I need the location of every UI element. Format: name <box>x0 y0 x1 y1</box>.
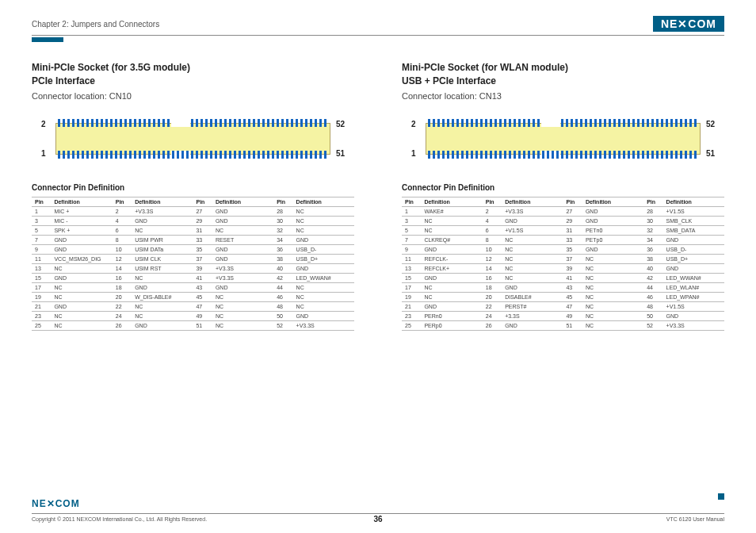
table-cell: GND <box>663 235 724 244</box>
table-cell: 35 <box>193 244 212 254</box>
left-table-title: Connector Pin Definition <box>32 183 354 192</box>
table-cell: 19 <box>402 292 421 301</box>
table-header-row: PinDefinitionPinDefinitionPinDefinitionP… <box>402 197 724 206</box>
table-row: 13REFCLK+14NC39NC40GND <box>402 263 724 273</box>
table-cell: 7 <box>402 235 421 244</box>
table-cell: 7 <box>32 235 51 244</box>
table-cell: 42 <box>273 273 292 282</box>
right-title-2: USB + PCIe Interface <box>402 75 724 88</box>
table-cell: 16 <box>483 273 502 282</box>
table-cell: GND <box>212 254 273 263</box>
table-cell: PERn0 <box>421 311 482 320</box>
table-cell: NC <box>421 216 482 225</box>
copyright-text: Copyright © 2011 NEXCOM International Co… <box>32 516 207 522</box>
table-cell: 37 <box>563 254 582 263</box>
table-cell: RESET <box>212 235 273 244</box>
table-cell: GND <box>212 216 273 225</box>
table-cell: MIC + <box>51 206 112 216</box>
table-cell: 23 <box>32 311 51 320</box>
table-cell: 5 <box>402 225 421 235</box>
table-cell: GND <box>502 216 563 225</box>
table-cell: NC <box>582 292 643 301</box>
table-cell: 9 <box>32 244 51 254</box>
table-cell: 22 <box>483 301 502 311</box>
table-cell: 24 <box>113 311 132 320</box>
table-row: 17NC18GND43NC44LED_WLAN# <box>402 282 724 292</box>
table-cell: 43 <box>563 282 582 292</box>
pin-label: 2 <box>411 120 416 128</box>
table-cell: GND <box>132 282 193 292</box>
table-cell: 34 <box>273 235 292 244</box>
table-cell: 47 <box>563 301 582 311</box>
table-cell: NC <box>293 206 354 216</box>
table-cell: GND <box>51 273 112 282</box>
table-cell: PETp0 <box>582 235 643 244</box>
table-cell: 21 <box>32 301 51 311</box>
table-cell: NC <box>502 235 563 244</box>
pin-label: 51 <box>336 149 345 158</box>
table-cell: NC <box>421 292 482 301</box>
table-row: 11REFCLK-12NC37NC38USB_D+ <box>402 254 724 263</box>
table-cell: GND <box>582 244 643 254</box>
table-cell: NC <box>51 311 112 320</box>
col-header: Definition <box>132 197 193 206</box>
table-cell: 38 <box>273 254 292 263</box>
table-cell: 31 <box>193 225 212 235</box>
table-cell: NC <box>132 273 193 282</box>
table-row: 9GND10NC35GND36USB_D- <box>402 244 724 254</box>
table-row: 5NC6+V1.5S31PETn032SMB_DATA <box>402 225 724 235</box>
table-cell: 43 <box>193 282 212 292</box>
table-cell: 1 <box>32 206 51 216</box>
table-cell: 26 <box>483 320 502 330</box>
manual-name: VTC 6120 User Manual <box>666 516 724 522</box>
table-cell: DISABLE# <box>502 292 563 301</box>
table-row: 17NC18GND43GND44NC <box>32 282 354 292</box>
col-header: Pin <box>193 197 212 206</box>
table-cell: 10 <box>483 244 502 254</box>
table-row: 3MIC -4GND29GND30NC <box>32 216 354 225</box>
table-cell: 49 <box>193 311 212 320</box>
table-cell: 9 <box>402 244 421 254</box>
right-table-title: Connector Pin Definition <box>402 183 724 192</box>
table-cell: NC <box>132 225 193 235</box>
table-cell: NC <box>582 282 643 292</box>
table-cell: 40 <box>273 263 292 273</box>
table-cell: GND <box>293 235 354 244</box>
table-cell: 32 <box>273 225 292 235</box>
table-cell: 50 <box>643 311 662 320</box>
table-cell: +V1.5S <box>502 225 563 235</box>
right-pin-table: PinDefinitionPinDefinitionPinDefinitionP… <box>402 197 724 331</box>
table-cell: CLKREQ# <box>421 235 482 244</box>
table-cell: 27 <box>193 206 212 216</box>
table-cell: NC <box>51 263 112 273</box>
table-row: 9GND10USIM DATa35GND36USB_D- <box>32 244 354 254</box>
page-header: Chapter 2: Jumpers and Connectors NE✕COM <box>32 16 724 36</box>
table-cell: W_DIS-ABLE# <box>132 292 193 301</box>
table-cell: WAKE# <box>421 206 482 216</box>
table-cell: GND <box>663 263 724 273</box>
table-cell: NC <box>502 273 563 282</box>
table-cell: NC <box>51 292 112 301</box>
table-cell: USB_D- <box>663 244 724 254</box>
table-cell: USIM PWR <box>132 235 193 244</box>
table-cell: 12 <box>113 254 132 263</box>
right-column: Mini-PCIe Socket (for WLAN module) USB +… <box>402 61 724 331</box>
table-cell: 20 <box>113 292 132 301</box>
table-row: 15GND16NC41NC42LED_WWAN# <box>402 273 724 282</box>
table-cell: NC <box>421 225 482 235</box>
table-cell: 8 <box>483 235 502 244</box>
table-cell: GND <box>51 244 112 254</box>
table-cell: 28 <box>643 206 662 216</box>
table-cell: PETn0 <box>582 225 643 235</box>
table-cell: +V3.3S <box>502 206 563 216</box>
table-cell: NC <box>132 311 193 320</box>
table-cell: GND <box>132 216 193 225</box>
table-cell: 29 <box>563 216 582 225</box>
table-cell: 32 <box>643 225 662 235</box>
table-cell: 33 <box>193 235 212 244</box>
table-row: 23NC24NC49NC50GND <box>32 311 354 320</box>
table-cell: 28 <box>273 206 292 216</box>
table-cell: SMB_CLK <box>663 216 724 225</box>
table-cell: +V3.3S <box>132 206 193 216</box>
table-cell: 41 <box>193 273 212 282</box>
